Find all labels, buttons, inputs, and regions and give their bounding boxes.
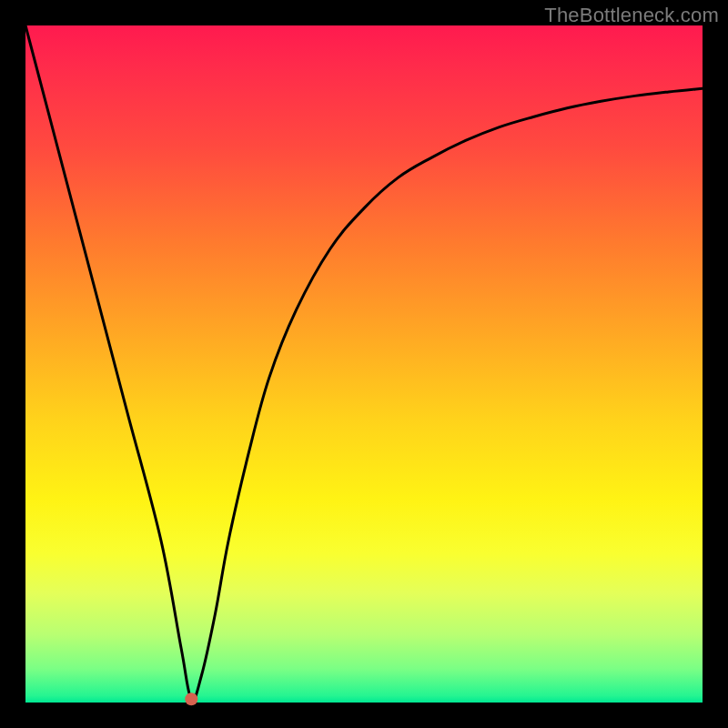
- chart-frame: TheBottleneck.com: [0, 0, 728, 728]
- curve-minimum-marker: [185, 693, 197, 705]
- watermark-text: TheBottleneck.com: [544, 4, 719, 27]
- curve-svg: [25, 25, 703, 703]
- bottleneck-curve-path: [25, 25, 703, 700]
- plot-area: [25, 25, 703, 703]
